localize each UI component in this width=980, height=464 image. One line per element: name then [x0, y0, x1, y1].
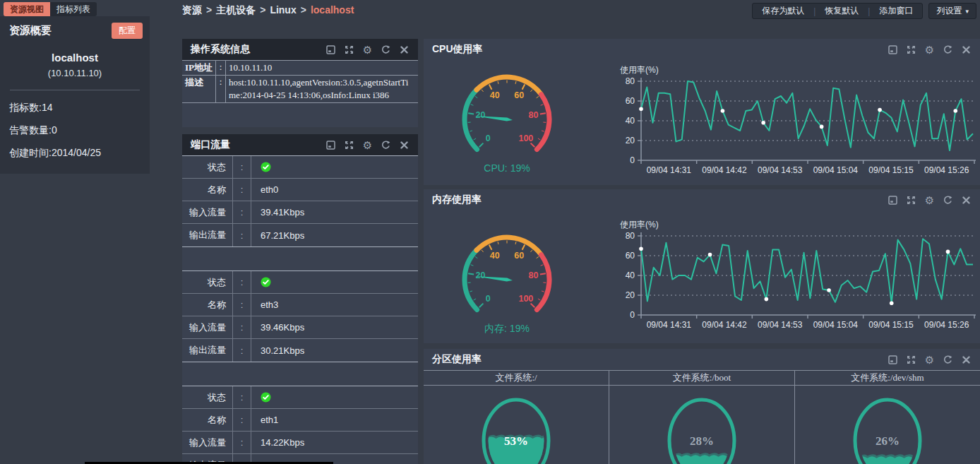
- svg-text:60: 60: [626, 251, 635, 261]
- svg-text:内存: 19%: 内存: 19%: [484, 323, 530, 334]
- refresh-icon[interactable]: [943, 44, 953, 55]
- colon: :: [216, 76, 226, 102]
- created-time: 创建时间:2014/04/25: [9, 147, 150, 160]
- metric-count: 指标数:14: [9, 102, 150, 114]
- close-icon[interactable]: [961, 44, 972, 55]
- row-label: 名称: [182, 294, 233, 316]
- svg-text:09/04 14:31: 09/04 14:31: [647, 320, 692, 330]
- add-window-button[interactable]: 添加窗口: [870, 4, 922, 18]
- breadcrumb-item[interactable]: 资源: [182, 4, 202, 16]
- breadcrumb-separator: >: [206, 4, 212, 16]
- expand-icon[interactable]: [906, 44, 916, 55]
- chevron-down-icon: ▾: [965, 8, 969, 15]
- row-label: 名称: [182, 179, 233, 201]
- svg-text:09/04 15:26: 09/04 15:26: [924, 165, 969, 175]
- row-label: 输入流量: [182, 316, 233, 338]
- cpu-panel-title: CPU使用率: [432, 43, 483, 56]
- panel-controls: ⚙: [888, 44, 972, 55]
- row-label: 输入流量: [182, 432, 233, 453]
- memory-usage-panel: 内存使用率 ⚙ 020406080100内存: 19% 使用率(%) 02040…: [424, 189, 980, 343]
- svg-text:09/04 15:26: 09/04 15:26: [924, 320, 969, 330]
- svg-text:100: 100: [518, 133, 533, 143]
- settings-icon[interactable]: ⚙: [362, 140, 373, 150]
- os-info-panel: 操作系统信息 ⚙ IP地址 : 10.10.11.10 描述 : host:10…: [182, 39, 418, 127]
- os-desc-value: host:10.10.11.10,agentVersion:3.0.5,aget…: [226, 76, 418, 102]
- settings-icon[interactable]: ⚙: [924, 44, 935, 55]
- collapse-icon[interactable]: [325, 140, 336, 150]
- panel-controls: ⚙: [888, 195, 972, 206]
- restore-default-button[interactable]: 恢复默认: [815, 4, 868, 18]
- settings-icon[interactable]: ⚙: [924, 355, 935, 365]
- row-value: 39.46Kbps: [251, 316, 418, 338]
- close-icon[interactable]: [399, 140, 410, 150]
- colon: :: [216, 61, 226, 75]
- expand-icon[interactable]: [906, 195, 916, 206]
- toolbar-button-group: 保存为默认 | 恢复默认 | 添加窗口: [752, 3, 923, 19]
- collapse-icon[interactable]: [325, 44, 336, 55]
- svg-text:20: 20: [476, 270, 486, 280]
- close-icon[interactable]: [961, 195, 972, 206]
- column-settings-button[interactable]: 列设置 ▾: [928, 3, 976, 19]
- table-row: 输入流量:39.46Kbps: [182, 316, 418, 339]
- alarm-count: 告警数量:0: [9, 124, 150, 137]
- settings-icon[interactable]: ⚙: [924, 195, 935, 206]
- filesystem-root-liquid-gauge: 53%: [477, 395, 556, 464]
- os-ip-label: IP地址: [182, 61, 216, 75]
- colon: :: [233, 339, 251, 362]
- tab-metric-list[interactable]: 指标列表: [50, 2, 97, 16]
- colon: :: [233, 316, 251, 338]
- configure-button[interactable]: 配置: [112, 23, 143, 39]
- row-label: 输出流量: [182, 339, 233, 362]
- svg-text:60: 60: [626, 96, 635, 106]
- filesystem-root-header: 文件系统:/: [424, 371, 609, 385]
- table-row: 状态:: [182, 386, 418, 409]
- refresh-icon[interactable]: [943, 195, 953, 206]
- row-value: 14.22Kbps: [251, 432, 418, 453]
- row-value: eth1: [251, 409, 418, 431]
- save-as-default-button[interactable]: 保存为默认: [753, 4, 813, 18]
- svg-text:0: 0: [630, 155, 635, 165]
- partition-column: 26%: [795, 386, 980, 464]
- port-group-eth3: 状态:名称:eth3输入流量:39.46Kbps输出流量:30.21Kbps: [182, 270, 418, 362]
- colon: :: [233, 432, 251, 453]
- port-traffic-table: 状态:名称:eth0输入流量:39.41Kbps输出流量:67.21Kbps状态…: [182, 155, 418, 464]
- svg-text:CPU: 19%: CPU: 19%: [484, 162, 530, 174]
- svg-text:80: 80: [626, 231, 635, 241]
- expand-icon[interactable]: [344, 140, 354, 150]
- breadcrumb-separator: >: [301, 4, 306, 16]
- group-gap: [182, 362, 418, 386]
- table-row: 输入流量:39.41Kbps: [182, 201, 418, 224]
- svg-text:0: 0: [630, 310, 635, 320]
- collapse-icon[interactable]: [888, 355, 898, 365]
- refresh-icon[interactable]: [381, 140, 391, 150]
- breadcrumb-item[interactable]: Linux: [270, 4, 296, 16]
- panel-controls: ⚙: [888, 355, 972, 365]
- table-row: 状态:: [182, 156, 418, 179]
- svg-text:60: 60: [514, 251, 524, 261]
- svg-text:80: 80: [626, 76, 635, 86]
- table-row: IP地址 : 10.10.11.10: [182, 61, 418, 76]
- breadcrumb-item[interactable]: 主机设备: [216, 4, 256, 16]
- collapse-icon[interactable]: [888, 44, 898, 55]
- colon: :: [233, 409, 251, 431]
- refresh-icon[interactable]: [943, 355, 953, 365]
- collapse-icon[interactable]: [888, 195, 898, 206]
- panel-controls: ⚙: [325, 140, 410, 150]
- settings-icon[interactable]: ⚙: [362, 44, 373, 55]
- cpu-gauge: 020406080100CPU: 19%: [445, 57, 569, 182]
- svg-text:09/04 14:31: 09/04 14:31: [647, 165, 692, 175]
- close-icon[interactable]: [399, 44, 410, 55]
- refresh-icon[interactable]: [381, 44, 391, 55]
- view-tabs: 资源视图 指标列表: [4, 2, 97, 16]
- tab-resource-view[interactable]: 资源视图: [4, 2, 50, 16]
- svg-text:09/04 14:42: 09/04 14:42: [702, 165, 747, 175]
- svg-text:09/04 15:04: 09/04 15:04: [813, 320, 859, 330]
- group-gap: [182, 247, 418, 270]
- close-icon[interactable]: [961, 355, 972, 365]
- expand-icon[interactable]: [906, 355, 916, 365]
- partition-usage-panel: 分区使用率 ⚙ 文件系统:/ 文件系统:/boot 文件系统:/dev/shm …: [424, 349, 980, 464]
- memory-gauge: 020406080100内存: 19%: [445, 218, 569, 342]
- cpu-usage-chart: 02040608009/04 14:3109/04 14:4209/04 14:…: [614, 74, 979, 180]
- svg-text:0: 0: [486, 133, 491, 143]
- expand-icon[interactable]: [344, 44, 354, 55]
